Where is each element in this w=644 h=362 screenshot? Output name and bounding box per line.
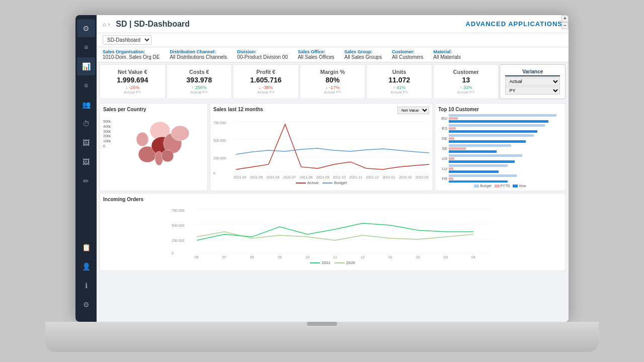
top10-label-es: ES xyxy=(438,126,447,131)
title-area: ⌂ › SD | SD-Dashboard xyxy=(103,20,190,29)
orders-card: Incoming Orders 750.000 500.000 250.000 … xyxy=(100,193,566,271)
top10-bars-es xyxy=(449,124,562,133)
metric-title-profit: Profit € xyxy=(256,69,275,75)
svg-text:500.000: 500.000 xyxy=(172,224,184,227)
top10-row-fr: FR xyxy=(438,174,562,183)
metric-units: Units 11.072 ↑ 41% Actual PY xyxy=(366,64,432,99)
sidebar-icon-list[interactable]: ≡ xyxy=(77,76,95,95)
top10-legend-year: Year xyxy=(513,184,526,188)
svg-text:2021-04: 2021-04 xyxy=(233,175,247,179)
page-title: SD | SD-Dashboard xyxy=(116,20,190,29)
sidebar-icon-settings[interactable]: ⚙ xyxy=(77,296,95,314)
filter-label-group: Sales Group: xyxy=(345,49,382,54)
top10-legend-pytd-label: PYTD xyxy=(501,184,510,188)
metric-customer: Customer 13 ↑ 31% Actual PY xyxy=(433,64,499,99)
top10-bars-de xyxy=(449,134,562,143)
map-title: Sales per Country xyxy=(103,107,146,112)
top10-bars-se xyxy=(449,144,562,153)
metric-change-profit: ↓ -38% xyxy=(259,85,273,90)
top10-row-es: ES xyxy=(438,124,562,133)
sidebar-icon-time[interactable]: ⏱ xyxy=(77,115,95,133)
breadcrumb-separator: › xyxy=(108,21,110,27)
metric-title-margin: Margin % xyxy=(320,69,345,75)
legend-actual: Actual xyxy=(296,180,318,185)
dashboard-select[interactable]: SD-Dashboard xyxy=(103,35,151,45)
metric-title-units: Units xyxy=(392,69,407,75)
metric-value-costs: 393.978 xyxy=(187,76,212,84)
svg-text:2022-01: 2022-01 xyxy=(382,175,395,179)
top10-bars-us xyxy=(449,154,562,163)
top10-legend-budget: Budget xyxy=(474,184,491,188)
filter-customer: Customer: All Customers xyxy=(392,49,423,60)
svg-text:2021-12: 2021-12 xyxy=(366,175,379,179)
top10-label-de: DE xyxy=(438,136,447,141)
filter-value-division: 00-Product Division 00 xyxy=(237,54,288,60)
metric-title-net: Net Value € xyxy=(118,69,147,75)
metric-value-customer: 13 xyxy=(462,76,470,84)
svg-text:07: 07 xyxy=(222,255,226,259)
svg-text:250.000: 250.000 xyxy=(172,239,184,242)
map-placeholder: 500k400k300k200k100k0 xyxy=(103,114,204,188)
top10-label-se: SE xyxy=(438,146,447,151)
variance-select-py[interactable]: PY xyxy=(505,86,560,95)
top10-label-ru: RU xyxy=(438,116,447,121)
sales-chart-select[interactable]: Net Value xyxy=(397,107,429,114)
svg-text:08: 08 xyxy=(250,255,254,259)
filter-label-material: Material: xyxy=(433,49,460,54)
sidebar-icon-home[interactable]: ⊙ xyxy=(77,19,95,37)
svg-text:0: 0 xyxy=(172,251,174,255)
main-content: ⌂ › SD | SD-Dashboard ADVANCED APPLICATI… xyxy=(97,15,569,322)
metric-value-profit: 1.605.716 xyxy=(250,76,281,84)
charts-area: Sales per Country + − 500k400k300k200k10… xyxy=(97,101,569,322)
charts-row-bottom: Incoming Orders 750.000 500.000 250.000 … xyxy=(100,193,566,271)
filter-label-customer: Customer: xyxy=(392,49,423,54)
metric-value-net: 1.999.694 xyxy=(117,76,148,84)
orders-title: Incoming Orders xyxy=(103,197,562,202)
variance-title: Variance xyxy=(505,69,560,76)
sidebar-icon-image2[interactable]: 🖼 xyxy=(77,153,95,171)
svg-text:2021-11: 2021-11 xyxy=(349,175,362,179)
svg-text:2021-05: 2021-05 xyxy=(250,175,263,179)
svg-text:03: 03 xyxy=(444,255,448,259)
top-bar: ⌂ › SD | SD-Dashboard ADVANCED APPLICATI… xyxy=(97,15,569,33)
svg-text:2021-09: 2021-09 xyxy=(316,175,330,179)
laptop-base xyxy=(45,322,599,352)
top10-legend-pytd: PYTD xyxy=(495,184,510,188)
legend-budget-label: Budget xyxy=(334,180,347,185)
svg-text:500.000: 500.000 xyxy=(213,139,226,142)
legend-2021: 2021 xyxy=(310,260,331,265)
sidebar-icon-menu[interactable]: ≡ xyxy=(77,38,95,56)
metric-value-units: 11.072 xyxy=(388,76,410,84)
breadcrumb-home: ⌂ xyxy=(103,21,106,27)
filter-value-sales-org: 1010-Dom. Sales Org DE xyxy=(103,54,159,60)
svg-text:06: 06 xyxy=(195,255,199,259)
metric-change-costs: ↑ 256% xyxy=(192,85,207,90)
sidebar-icon-clipboard[interactable]: 📋 xyxy=(77,238,95,256)
sidebar-icon-chart[interactable]: 📊 xyxy=(77,57,95,75)
brand-name: ADVANCED APPLICATIONS xyxy=(465,20,562,28)
filter-sales-group: Sales Group: All Sales Groups xyxy=(345,49,382,60)
variance-select-actual[interactable]: Actual xyxy=(505,77,560,85)
metric-change-margin: ↓ -17% xyxy=(326,85,340,90)
metric-sub-profit: Actual PY xyxy=(257,90,275,95)
top10-container: RU ES xyxy=(438,114,562,183)
sidebar-icon-image1[interactable]: 🖼 xyxy=(77,134,95,152)
top10-row-se: SE xyxy=(438,144,562,153)
legend-2020: 2020 xyxy=(335,260,355,265)
sidebar-icon-users[interactable]: 👥 xyxy=(77,96,95,114)
legend-actual-label: Actual xyxy=(307,180,318,185)
breadcrumb: ⌂ › xyxy=(103,21,110,27)
orders-chart-svg: 750.000 500.000 250.000 0 xyxy=(103,204,562,259)
metric-sub-net: Actual PY xyxy=(124,90,141,95)
filter-value-dist: All Distributions Channels xyxy=(170,54,227,60)
top10-legend-budget-label: Budget xyxy=(480,184,491,188)
sidebar-icon-info[interactable]: ℹ xyxy=(77,277,95,295)
svg-text:2021-08: 2021-08 xyxy=(300,175,313,179)
top10-row-de: DE xyxy=(438,134,562,143)
filter-label-division: Division: xyxy=(237,49,288,54)
sidebar-icon-user[interactable]: 👤 xyxy=(77,257,95,276)
sidebar-icon-edit[interactable]: ✏ xyxy=(77,172,95,190)
filter-label-office: Sales Office: xyxy=(298,49,335,54)
filter-value-office: All Sales Offices xyxy=(298,54,335,60)
top10-label-lu: LU xyxy=(438,166,447,171)
